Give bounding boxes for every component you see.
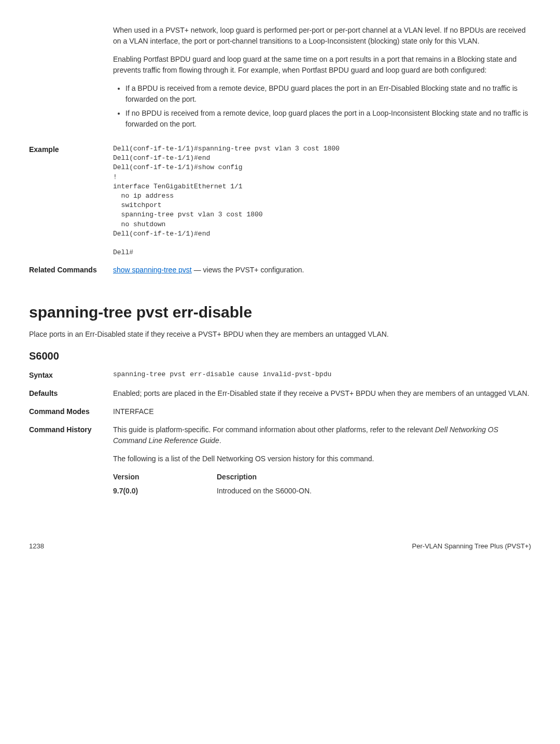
page-footer: 1238 Per-VLAN Spanning Tree Plus (PVST+) (29, 541, 531, 552)
command-modes-block: Command Modes INTERFACE (29, 406, 531, 417)
subheading: S6000 (29, 348, 531, 364)
syntax-code: spanning-tree pvst err-disable cause inv… (113, 370, 531, 379)
code-block: Dell(conf-if-te-1/1)#spanning-tree pvst … (113, 144, 531, 257)
usage-content: When used in a PVST+ network, loop guard… (113, 25, 531, 137)
section-intro: Place ports in an Err-Disabled state if … (29, 329, 531, 340)
defaults-label: Defaults (29, 388, 113, 399)
footer-title: Per-VLAN Spanning Tree Plus (PVST+) (412, 541, 531, 552)
related-label: Related Commands (29, 265, 113, 275)
modes-content: INTERFACE (113, 406, 531, 417)
paragraph: When used in a PVST+ network, loop guard… (113, 25, 531, 47)
history-content: This guide is platform-specific. For com… (113, 424, 531, 500)
example-block: Example Dell(conf-if-te-1/1)#spanning-tr… (29, 144, 531, 257)
bullet-list: If a BPDU is received from a remote devi… (113, 83, 531, 130)
example-content: Dell(conf-if-te-1/1)#spanning-tree pvst … (113, 144, 531, 257)
related-commands-block: Related Commands show spanning-tree pvst… (29, 265, 531, 275)
version-value: 9.7(0.0) (113, 486, 217, 497)
section-heading: spanning-tree pvst err-disable (29, 300, 531, 324)
related-rest: — views the PVST+ configuration. (192, 266, 304, 274)
defaults-content: Enabled; ports are placed in the Err-Dis… (113, 388, 531, 399)
version-header: Version (113, 472, 217, 483)
modes-label: Command Modes (29, 406, 113, 417)
syntax-label: Syntax (29, 370, 113, 381)
version-header-row: Version Description (113, 472, 531, 483)
list-item: If no BPDU is received from a remote dev… (125, 108, 531, 130)
related-content: show spanning-tree pvst — views the PVST… (113, 265, 531, 275)
usage-information-block: When used in a PVST+ network, loop guard… (29, 25, 531, 137)
syntax-content: spanning-tree pvst err-disable cause inv… (113, 370, 531, 381)
history-paragraph: This guide is platform-specific. For com… (113, 424, 531, 446)
history-p1a: This guide is platform-specific. For com… (113, 425, 435, 434)
list-item: If a BPDU is received from a remote devi… (125, 83, 531, 105)
version-description: Introduced on the S6000-ON. (217, 486, 312, 497)
paragraph: Enabling Portfast BPDU guard and loop gu… (113, 54, 531, 76)
syntax-block: Syntax spanning-tree pvst err-disable ca… (29, 370, 531, 381)
page-number: 1238 (29, 541, 44, 552)
command-history-block: Command History This guide is platform-s… (29, 424, 531, 500)
example-label: Example (29, 144, 113, 257)
related-link[interactable]: show spanning-tree pvst (113, 266, 192, 274)
version-row: 9.7(0.0) Introduced on the S6000-ON. (113, 486, 531, 497)
history-p1b: . (219, 436, 221, 445)
history-paragraph: The following is a list of the Dell Netw… (113, 453, 531, 464)
description-header: Description (217, 472, 257, 483)
usage-label (29, 25, 113, 137)
history-label: Command History (29, 424, 113, 500)
defaults-block: Defaults Enabled; ports are placed in th… (29, 388, 531, 399)
